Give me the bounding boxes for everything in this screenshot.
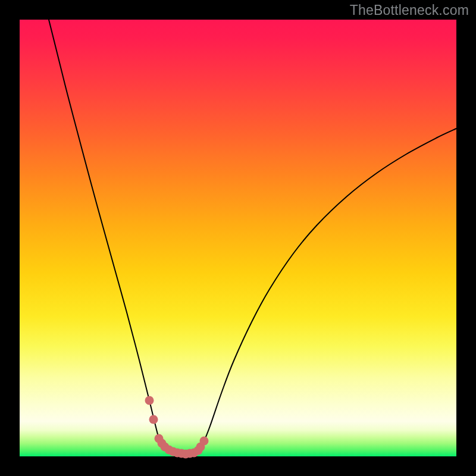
marker-dot	[200, 437, 209, 446]
chart-frame: TheBottleneck.com	[0, 0, 476, 476]
curve-right-branch	[186, 129, 456, 454]
curve-left-branch	[49, 20, 186, 454]
marker-group	[145, 396, 209, 459]
marker-dot	[149, 415, 158, 424]
curve-path-right	[186, 129, 456, 454]
marker-dot	[145, 396, 154, 405]
watermark-text: TheBottleneck.com	[350, 2, 469, 18]
curve-path-left	[49, 20, 186, 454]
chart-svg	[20, 20, 456, 456]
